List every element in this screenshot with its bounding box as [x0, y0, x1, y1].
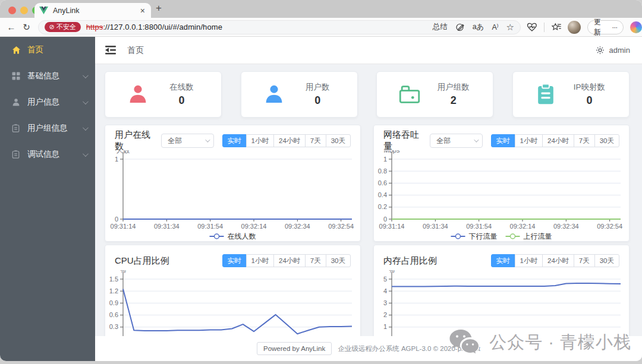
- not-secure-badge[interactable]: ⊘ 不安全: [45, 22, 81, 32]
- range-button[interactable]: 实时: [491, 254, 515, 267]
- svg-text:1.2: 1.2: [109, 287, 118, 295]
- range-button[interactable]: 24小时: [273, 254, 306, 267]
- range-button-group: 实时1小时24小时7天30天: [222, 254, 351, 267]
- svg-text:3: 3: [383, 299, 387, 306]
- svg-text:上行流量: 上行流量: [524, 232, 552, 240]
- stat-value: 0: [150, 94, 213, 107]
- gear-icon[interactable]: [596, 46, 605, 55]
- chevron-down-icon: [83, 72, 89, 78]
- stat-meta: 在线数0: [150, 82, 221, 107]
- range-button[interactable]: 实时: [491, 134, 515, 147]
- profile-avatar[interactable]: [568, 21, 581, 34]
- range-button[interactable]: 30天: [326, 134, 351, 147]
- watermark-text: 公众号 · 青檬小栈: [489, 331, 631, 354]
- range-button[interactable]: 24小时: [542, 254, 574, 267]
- chevron-down-icon: [83, 99, 89, 105]
- range-button[interactable]: 1小时: [246, 254, 274, 267]
- range-button[interactable]: 实时: [222, 254, 247, 267]
- sidebar-item-base-info[interactable]: 基础信息: [0, 63, 95, 89]
- address-bar[interactable]: ⊘ 不安全 https://127.0.0.1:8800/ui/#/admin/…: [38, 20, 521, 34]
- stat-label: IP映射数: [558, 82, 621, 93]
- range-button[interactable]: 30天: [594, 254, 619, 267]
- read-aloud-icon[interactable]: A): [492, 23, 498, 31]
- powered-by-link[interactable]: Powered by AnyLink: [257, 342, 332, 355]
- minimize-window-button[interactable]: [20, 7, 28, 14]
- translate-icon[interactable]: aあ: [473, 22, 484, 32]
- range-button[interactable]: 7天: [305, 134, 326, 147]
- debug-info-icon: [12, 150, 21, 159]
- wechat-icon: [449, 329, 482, 356]
- favorites-bar-icon[interactable]: [551, 23, 562, 31]
- range-button[interactable]: 实时: [222, 134, 247, 147]
- favorite-star-icon[interactable]: ☆: [506, 22, 514, 33]
- range-button[interactable]: 24小时: [542, 134, 574, 147]
- range-button[interactable]: 1小时: [515, 254, 543, 267]
- svg-text:09:32:14: 09:32:14: [241, 223, 267, 230]
- reload-icon[interactable]: ↻: [19, 22, 34, 33]
- stat-card: 在线数0: [105, 71, 222, 118]
- stat-card: 用户数0: [241, 71, 358, 118]
- summarize-pen-icon[interactable]: [455, 23, 465, 32]
- range-button[interactable]: 7天: [574, 254, 595, 267]
- sidebar: 首页基础信息用户信息用户组信息调试信息: [0, 37, 95, 361]
- user-menu[interactable]: admin: [609, 46, 630, 55]
- panel-title: CPU占用比例: [115, 255, 169, 267]
- range-button[interactable]: 7天: [574, 134, 595, 147]
- panel-title: 内存占用比例: [383, 255, 437, 267]
- svg-text:09:31:14: 09:31:14: [111, 223, 136, 230]
- svg-text:0: 0: [115, 216, 118, 223]
- user-icon: [125, 82, 150, 107]
- base-info-icon: [12, 71, 21, 81]
- more-icon[interactable]: ···: [612, 23, 617, 31]
- chevron-down-icon: [474, 137, 479, 142]
- group-select[interactable]: 全部: [430, 134, 482, 148]
- stat-label: 用户组数: [422, 82, 484, 93]
- panel-header: 内存占用比例实时1小时24小时7天30天: [374, 245, 629, 270]
- back-icon[interactable]: ←: [4, 22, 19, 32]
- tab-bar: AnyLink × +: [0, 0, 642, 18]
- svg-text:09:31:14: 09:31:14: [379, 223, 405, 230]
- copilot-icon[interactable]: [630, 21, 642, 33]
- chart-panel-2: 网络吞吐量全部实时1小时24小时7天30天Mbps00.20.40.60.810…: [373, 125, 630, 242]
- chart: 人数0109:31:1409:31:3409:31:5409:32:1409:3…: [105, 150, 360, 242]
- tab-close-icon[interactable]: ×: [139, 6, 146, 15]
- close-window-button[interactable]: [8, 7, 16, 14]
- sidebar-item-debug-info[interactable]: 调试信息: [0, 141, 95, 167]
- stat-value: 0: [287, 94, 349, 107]
- stat-value: 0: [558, 94, 621, 107]
- range-button[interactable]: 30天: [594, 134, 619, 147]
- browser-essentials-icon[interactable]: [527, 23, 537, 32]
- update-browser-button[interactable]: 更新 ···: [587, 20, 624, 34]
- range-button[interactable]: 1小时: [246, 134, 274, 147]
- select-value: 全部: [168, 136, 182, 146]
- sidebar-item-group-info[interactable]: 用户组信息: [0, 115, 95, 141]
- sidebar-item-label: 用户信息: [27, 97, 83, 107]
- range-button[interactable]: 7天: [305, 254, 326, 267]
- svg-text:0.9: 0.9: [109, 299, 118, 306]
- new-tab-button[interactable]: +: [156, 2, 162, 14]
- group-select[interactable]: 全部: [161, 134, 213, 148]
- summarize-label[interactable]: 总结: [433, 22, 448, 32]
- svg-text:下行流量: 下行流量: [469, 232, 498, 240]
- sidebar-item-user-info[interactable]: 用户信息: [0, 89, 95, 115]
- svg-text:09:32:34: 09:32:34: [553, 223, 579, 230]
- svg-text:0: 0: [383, 216, 387, 223]
- sidebar-item-home[interactable]: 首页: [0, 37, 95, 63]
- url-text: https://127.0.0.1:8800/ui/#/admin/home: [86, 23, 433, 31]
- breadcrumb: 首页: [127, 45, 144, 56]
- range-button[interactable]: 24小时: [273, 134, 306, 147]
- toolbar-separator: [544, 23, 545, 32]
- range-button-group: 实时1小时24小时7天30天: [491, 254, 619, 267]
- stat-value: 2: [422, 94, 484, 107]
- stat-card: IP映射数0: [512, 71, 630, 118]
- svg-text:09:32:14: 09:32:14: [510, 223, 536, 230]
- home-icon: [12, 45, 21, 55]
- stat-meta: IP映射数0: [558, 82, 629, 107]
- range-button[interactable]: 1小时: [515, 134, 543, 147]
- collapse-sidebar-icon[interactable]: [105, 45, 117, 55]
- range-button[interactable]: 30天: [326, 254, 351, 267]
- svg-text:1: 1: [115, 156, 118, 163]
- browser-tab[interactable]: AnyLink ×: [34, 3, 151, 18]
- svg-text:09:31:34: 09:31:34: [154, 223, 180, 230]
- panel-header: 网络吞吐量全部实时1小时24小时7天30天: [374, 125, 629, 150]
